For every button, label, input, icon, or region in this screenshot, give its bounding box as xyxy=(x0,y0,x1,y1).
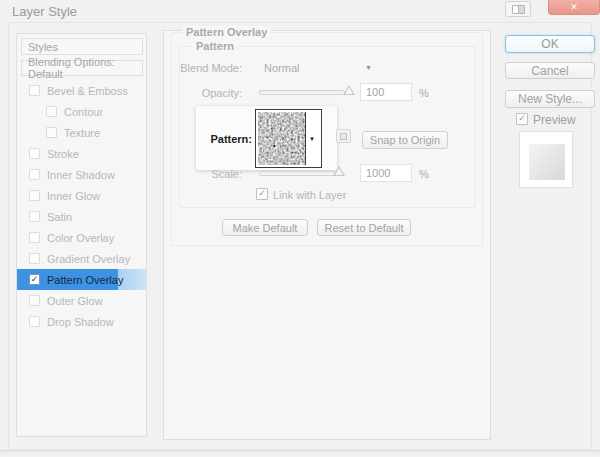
styles-list: Bevel & Emboss Contour Texture Stroke In… xyxy=(17,80,146,332)
inner-glow-checkbox[interactable] xyxy=(29,190,40,201)
blend-mode-label: Blend Mode: xyxy=(166,62,242,74)
link-with-layer-checkbox[interactable]: ✓ xyxy=(256,188,268,200)
panes-icon xyxy=(512,5,525,14)
sidebar-item-label: Pattern Overlay xyxy=(47,274,123,286)
pattern-label: Pattern: xyxy=(198,133,252,145)
sidebar-item-label: Inner Shadow xyxy=(47,169,115,181)
preview-label: Preview xyxy=(533,113,576,127)
blend-mode-dropdown[interactable]: Normal ▼ xyxy=(264,62,380,74)
opacity-slider-thumb[interactable] xyxy=(343,85,355,95)
ok-button[interactable]: OK xyxy=(505,35,595,53)
satin-checkbox[interactable] xyxy=(29,211,40,222)
scale-slider-track[interactable] xyxy=(259,171,335,176)
pattern-thumbnail xyxy=(258,112,305,165)
sidebar-item-label: Texture xyxy=(64,127,100,139)
sidebar-item-gradient-overlay[interactable]: Gradient Overlay xyxy=(17,248,146,269)
new-style-button[interactable]: New Style... xyxy=(505,90,595,108)
chevron-down-icon: ▼ xyxy=(309,136,315,142)
sidebar-item-label: Satin xyxy=(47,211,72,223)
sidebar-item-drop-shadow[interactable]: Drop Shadow xyxy=(17,311,146,332)
bevel-emboss-checkbox[interactable] xyxy=(29,85,40,96)
inner-shadow-checkbox[interactable] xyxy=(29,169,40,180)
opacity-slider-track[interactable] xyxy=(259,90,345,95)
cancel-button[interactable]: Cancel xyxy=(505,62,595,79)
stroke-checkbox[interactable] xyxy=(29,148,40,159)
pattern-swatch-dropdown[interactable]: ▼ xyxy=(255,109,322,168)
new-preset-icon xyxy=(340,133,347,140)
pattern-overlay-group-title: Pattern Overlay xyxy=(182,26,271,38)
sidebar-item-satin[interactable]: Satin xyxy=(17,206,146,227)
sidebar-item-texture[interactable]: Texture xyxy=(17,122,146,143)
snap-to-origin-button[interactable]: Snap to Origin xyxy=(362,131,448,149)
sidebar-item-label: Stroke xyxy=(47,148,79,160)
sidebar-item-label: Bevel & Emboss xyxy=(47,85,128,97)
reset-to-default-button[interactable]: Reset to Default xyxy=(317,219,411,236)
pattern-group-title: Pattern xyxy=(192,40,238,52)
sidebar-item-label: Gradient Overlay xyxy=(47,253,130,265)
sidebar-item-label: Contour xyxy=(64,106,103,118)
gradient-overlay-checkbox[interactable] xyxy=(29,253,40,264)
opacity-unit: % xyxy=(419,87,429,99)
sidebar-item-outer-glow[interactable]: Outer Glow xyxy=(17,290,146,311)
opacity-label: Opacity: xyxy=(166,87,242,99)
styles-header: Styles xyxy=(21,38,143,55)
sidebar-item-stroke[interactable]: Stroke xyxy=(17,143,146,164)
arrange-panes-button[interactable] xyxy=(505,1,531,17)
link-with-layer-label: Link with Layer xyxy=(273,189,346,201)
new-pattern-preset-button[interactable] xyxy=(336,129,351,143)
sidebar-item-label: Outer Glow xyxy=(47,295,103,307)
scale-unit: % xyxy=(419,168,429,180)
scale-input[interactable] xyxy=(360,164,412,182)
pattern-dropdown-arrow-button[interactable]: ▼ xyxy=(306,112,318,165)
sidebar-item-blending-options[interactable]: Blending Options: Default xyxy=(21,60,143,76)
make-default-button[interactable]: Make Default xyxy=(222,219,308,236)
style-preview-thumbnail xyxy=(519,131,573,188)
texture-checkbox[interactable] xyxy=(46,127,57,138)
window-bottom-edge xyxy=(0,450,600,457)
sidebar-item-inner-shadow[interactable]: Inner Shadow xyxy=(17,164,146,185)
preview-checkbox[interactable]: ✓ xyxy=(516,113,528,125)
close-icon: ✕ xyxy=(570,2,578,12)
styles-sidebar: Styles Blending Options: Default Bevel &… xyxy=(16,33,147,437)
sidebar-item-inner-glow[interactable]: Inner Glow xyxy=(17,185,146,206)
contour-checkbox[interactable] xyxy=(46,106,57,117)
sidebar-item-bevel-emboss[interactable]: Bevel & Emboss xyxy=(17,80,146,101)
color-overlay-checkbox[interactable] xyxy=(29,232,40,243)
sidebar-item-color-overlay[interactable]: Color Overlay xyxy=(17,227,146,248)
dialog-title: Layer Style xyxy=(12,4,77,19)
blend-mode-value: Normal xyxy=(264,62,299,74)
pattern-overlay-checkbox[interactable]: ✓ xyxy=(29,274,40,285)
sidebar-item-label: Inner Glow xyxy=(47,190,100,202)
sidebar-item-pattern-overlay[interactable]: ✓ Pattern Overlay xyxy=(17,269,146,290)
outer-glow-checkbox[interactable] xyxy=(29,295,40,306)
drop-shadow-checkbox[interactable] xyxy=(29,316,40,327)
sidebar-item-label: Drop Shadow xyxy=(47,316,114,328)
chevron-down-icon: ▼ xyxy=(365,64,372,71)
sidebar-item-label: Color Overlay xyxy=(47,232,114,244)
scale-slider-thumb[interactable] xyxy=(333,166,345,176)
preview-gradient-swatch xyxy=(529,144,565,180)
sidebar-item-contour[interactable]: Contour xyxy=(17,101,146,122)
scale-label: Scale: xyxy=(166,168,242,180)
close-button[interactable]: ✕ xyxy=(548,0,600,15)
opacity-input[interactable] xyxy=(360,83,412,101)
